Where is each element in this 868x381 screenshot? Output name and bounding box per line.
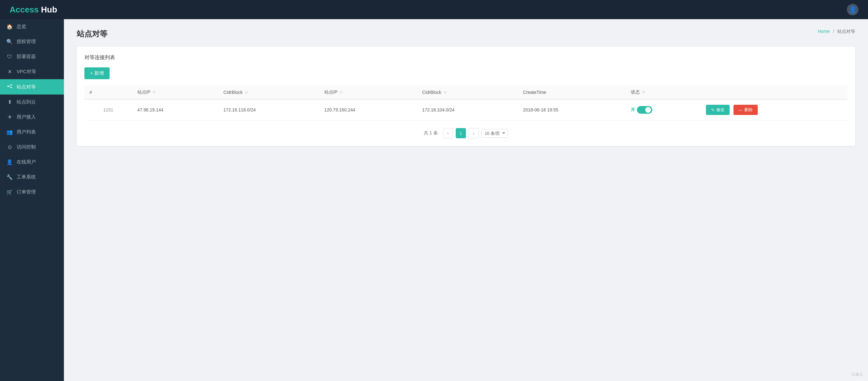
sidebar-label-site-peer: 站点对等 [17, 84, 36, 90]
sidebar-label-work-order: 工单系统 [17, 174, 36, 180]
sidebar-item-overview[interactable]: 🏠 总览 [0, 19, 64, 34]
pagination-info: 共 1 条 [424, 130, 438, 136]
cell-cidr-2: 172.18.104.0/24 [417, 99, 518, 120]
sidebar-label-deploy-container: 部署容器 [17, 54, 36, 60]
cell-cidr-1: 172.16.118.0/24 [218, 99, 319, 120]
col-site-ip-1: 站点IP ▽ [132, 85, 218, 99]
container-icon: 🛡 [6, 54, 13, 60]
control-icon: ⊙ [6, 144, 13, 150]
header: Access Hub 👤 [0, 0, 868, 19]
sidebar-item-vpc-peer[interactable]: ✕ VPC对等 [0, 64, 64, 79]
sidebar-label-order-mgmt: 订单管理 [17, 189, 36, 195]
sidebar-item-deploy-container[interactable]: 🛡 部署容器 [0, 49, 64, 64]
col-create-time: CreateTime [518, 85, 626, 99]
pagination: 共 1 条 ‹ 1 › 10 条/页 20 条/页 50 条/页 [84, 128, 847, 138]
toggle-slider [637, 106, 652, 114]
logo-accent: Access [9, 5, 39, 14]
peer-table: # 站点IP ▽ CidrBlock ▽ 站点IP ▽ [84, 85, 847, 120]
edit-button[interactable]: ✎ 修改 [706, 105, 730, 115]
sidebar-item-access-control[interactable]: ⊙ 访问控制 [0, 140, 64, 154]
sidebar-item-site-peer[interactable]: 站点对等 [0, 79, 64, 95]
watermark: 亿速云 [851, 372, 863, 377]
main-content: 站点对等 Home / 站点对等 对等连接列表 + 新增 # 站点IP [64, 19, 868, 381]
prev-page-button[interactable]: ‹ [443, 128, 453, 138]
status-toggle[interactable] [637, 106, 652, 114]
svg-point-2 [10, 87, 12, 88]
sidebar-label-overview: 总览 [17, 24, 26, 30]
toggle-label: 开 [631, 107, 635, 113]
logo: Access Hub [9, 5, 57, 15]
delete-button[interactable]: — 删除 [734, 105, 758, 115]
card-title: 对等连接列表 [84, 54, 847, 61]
page-1-button[interactable]: 1 [456, 128, 466, 138]
filter-icon-3[interactable]: ▽ [340, 91, 342, 94]
sidebar-item-order-mgmt[interactable]: 🛒 订单管理 [0, 184, 64, 200]
col-status: 状态 ▽ [626, 85, 701, 99]
users-icon: 👥 [6, 129, 13, 135]
svg-line-4 [9, 86, 10, 87]
cell-create-time: 2018-06-18 19:55 [518, 99, 626, 120]
home-icon: 🏠 [6, 24, 13, 30]
filter-icon-1[interactable]: ▽ [153, 91, 155, 94]
page-title: 站点对等 [77, 29, 107, 39]
next-page-button[interactable]: › [468, 128, 479, 138]
svg-point-1 [10, 84, 12, 85]
col-cidr-1: CidrBlock ▽ [218, 85, 319, 99]
site-peer-icon [6, 84, 13, 90]
sidebar-item-work-order[interactable]: 🔧 工单系统 [0, 170, 64, 184]
sidebar-item-user-list[interactable]: 👥 用户列表 [0, 125, 64, 140]
filter-icon-4[interactable]: ▽ [444, 91, 446, 95]
logo-normal: Hub [41, 5, 57, 14]
breadcrumb: Home / 站点对等 [818, 29, 855, 34]
col-id: # [84, 85, 132, 99]
sidebar-label-online-users: 在线用户 [17, 159, 36, 165]
cell-status: 开 [626, 99, 701, 120]
cell-id: 1151 [84, 99, 132, 120]
add-button[interactable]: + 新增 [84, 67, 110, 79]
table-row: 1151 47.96.19.144 172.16.118.0/24 120.79… [84, 99, 847, 120]
online-icon: 👤 [6, 159, 13, 165]
sidebar-item-online-users[interactable]: 👤 在线用户 [0, 154, 64, 170]
svg-point-0 [7, 85, 9, 87]
cloud-icon: ⬆ [6, 99, 13, 105]
svg-line-3 [9, 85, 10, 86]
sidebar-item-auth-mgmt[interactable]: 🔍 授权管理 [0, 34, 64, 49]
sidebar-label-site-to-cloud: 站点到云 [17, 99, 36, 105]
search-icon: 🔍 [6, 39, 13, 45]
cell-site-ip-1: 47.96.19.144 [132, 99, 218, 120]
sidebar-item-user-access[interactable]: ✈ 用户接入 [0, 109, 64, 125]
page-size-select[interactable]: 10 条/页 20 条/页 50 条/页 [481, 129, 508, 138]
col-cidr-2: CidrBlock ▽ [417, 85, 518, 99]
sidebar-label-auth-mgmt: 授权管理 [17, 39, 36, 45]
vpc-icon: ✕ [6, 69, 13, 75]
breadcrumb-current: 站点对等 [837, 29, 855, 34]
main-card: 对等连接列表 + 新增 # 站点IP ▽ CidrBlock [77, 47, 855, 146]
filter-icon-5[interactable]: ▽ [642, 91, 645, 94]
user-avatar[interactable]: 👤 [847, 4, 859, 15]
order-icon: 🛒 [6, 189, 13, 195]
filter-icon-2[interactable]: ▽ [245, 91, 248, 95]
edit-icon: ✎ [711, 108, 715, 112]
breadcrumb-home[interactable]: Home [818, 29, 830, 34]
toggle-container: 开 [631, 106, 652, 114]
cell-site-ip-2: 120.79.160.244 [319, 99, 417, 120]
cell-actions: ✎ 修改 — 删除 [701, 99, 847, 120]
sidebar-label-vpc-peer: VPC对等 [17, 69, 36, 75]
delete-icon: — [739, 108, 743, 112]
access-icon: ✈ [6, 114, 13, 120]
col-actions [701, 85, 847, 99]
layout: 🏠 总览 🔍 授权管理 🛡 部署容器 ✕ VPC对等 站点对等 ⬆ 站点到云 ✈… [0, 19, 868, 381]
sidebar: 🏠 总览 🔍 授权管理 🛡 部署容器 ✕ VPC对等 站点对等 ⬆ 站点到云 ✈… [0, 19, 64, 381]
page-header: 站点对等 Home / 站点对等 [77, 29, 855, 39]
sidebar-label-user-list: 用户列表 [17, 129, 36, 135]
sidebar-label-user-access: 用户接入 [17, 114, 36, 120]
col-site-ip-2: 站点IP ▽ [319, 85, 417, 99]
breadcrumb-separator: / [833, 29, 834, 34]
wrench-icon: 🔧 [6, 174, 13, 180]
sidebar-label-access-control: 访问控制 [17, 144, 36, 150]
sidebar-item-site-to-cloud[interactable]: ⬆ 站点到云 [0, 95, 64, 109]
table-header-row: # 站点IP ▽ CidrBlock ▽ 站点IP ▽ [84, 85, 847, 99]
